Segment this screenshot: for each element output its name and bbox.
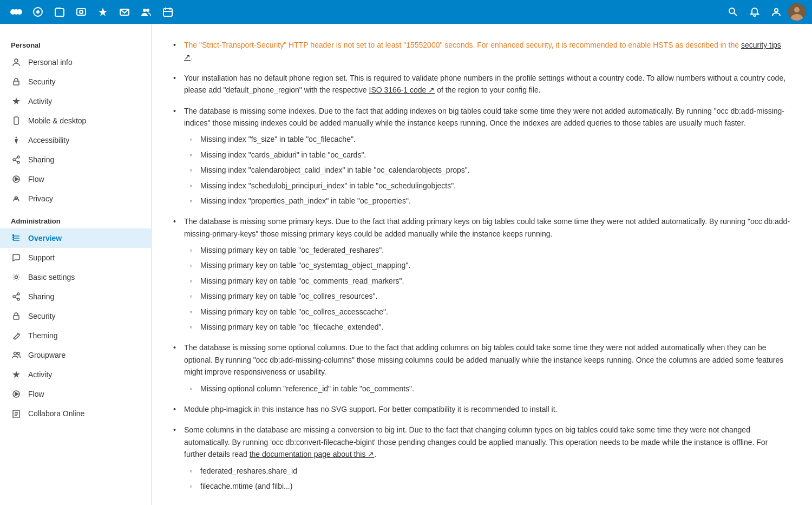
mail-nav-icon[interactable]: [115, 2, 134, 22]
sidebar-item-label: Flow: [28, 390, 44, 398]
svg-rect-41: [12, 237, 14, 238]
topnav-right: [723, 2, 806, 22]
admin-sharing-icon: [11, 291, 22, 302]
collabora-icon: [11, 408, 22, 419]
sidebar-item-label: Activity: [28, 370, 52, 379]
svg-marker-24: [12, 97, 20, 104]
svg-line-31: [15, 158, 17, 159]
search-nav-icon[interactable]: [723, 2, 743, 22]
sidebar-item-overview[interactable]: Overview: [0, 228, 151, 248]
svg-rect-42: [12, 239, 14, 240]
sub-list: Missing optional column "reference_id" i…: [189, 383, 790, 395]
list-item: The database is missing some primary key…: [173, 215, 790, 333]
theming-icon: [11, 330, 22, 341]
svg-point-45: [13, 296, 15, 298]
sub-list-item: Missing primary key on table "oc_filecac…: [189, 321, 790, 333]
list-item: Module php-imagick in this instance has …: [173, 403, 790, 415]
warning-text: The "Strict-Transport-Security" HTTP hea…: [184, 41, 741, 49]
privacy-icon: [11, 193, 22, 204]
sidebar-item-label: Security: [28, 77, 56, 86]
sidebar-item-admin-flow[interactable]: Flow: [0, 384, 151, 404]
topnav: [0, 0, 812, 24]
security-icon: [11, 76, 22, 87]
nextcloud-logo-icon: [8, 3, 25, 21]
svg-point-19: [775, 9, 778, 12]
list-item: Some columns in the database are missing…: [173, 424, 790, 492]
personal-info-icon: [11, 57, 22, 68]
svg-line-32: [15, 160, 17, 162]
sidebar-item-basic-settings[interactable]: Basic settings: [0, 267, 151, 287]
svg-marker-54: [15, 392, 18, 396]
sub-list-item: federated_reshares.share_id: [189, 465, 790, 477]
sidebar-item-sharing[interactable]: Sharing: [0, 150, 151, 169]
basic-settings-icon: [11, 272, 22, 283]
svg-point-51: [17, 352, 19, 355]
admin-security-icon: [11, 311, 22, 322]
flow-icon: [11, 174, 22, 185]
sidebar-item-accessibility[interactable]: Accessibility: [0, 130, 151, 150]
sidebar-item-admin-security[interactable]: Security: [0, 306, 151, 326]
sidebar-item-label: Accessibility: [28, 136, 69, 145]
sub-list-item: Missing index "fs_size" in table "oc_fil…: [189, 133, 790, 145]
sidebar-item-support[interactable]: Support: [0, 248, 151, 267]
sub-list-item: Missing primary key on table "oc_comment…: [189, 275, 790, 287]
sidebar-item-label: Security: [28, 312, 56, 320]
warnings-list: The "Strict-Transport-Security" HTTP hea…: [173, 39, 790, 492]
sidebar-item-personal-info[interactable]: Personal info: [0, 53, 151, 72]
svg-point-27: [16, 137, 17, 139]
sidebar-item-label: Flow: [28, 175, 44, 183]
svg-rect-13: [163, 9, 172, 16]
photos-nav-icon[interactable]: [71, 2, 91, 22]
svg-line-48: [15, 297, 17, 299]
sidebar-item-mobile[interactable]: Mobile & desktop: [0, 111, 151, 130]
user-menu-icon[interactable]: [767, 2, 786, 22]
dashboard-nav-icon[interactable]: [28, 2, 48, 22]
sidebar-item-collabora[interactable]: Collabora Online: [0, 404, 151, 423]
sidebar-item-activity[interactable]: Activity: [0, 91, 151, 111]
svg-rect-49: [14, 316, 19, 319]
sub-list-item: filecache.mtime (and filbi...): [189, 480, 790, 492]
svg-point-46: [17, 298, 19, 300]
sidebar-item-label: Theming: [28, 331, 57, 340]
sidebar-item-privacy[interactable]: Privacy: [0, 189, 151, 208]
avatar[interactable]: [788, 3, 806, 21]
sidebar-item-admin-sharing[interactable]: Sharing: [0, 287, 151, 306]
svg-point-43: [15, 276, 18, 279]
iso-code-link[interactable]: ISO 3166-1 code ↗: [369, 86, 435, 94]
sidebar-item-label: Activity: [28, 97, 52, 106]
logo[interactable]: [6, 2, 26, 22]
sidebar-item-groupware[interactable]: Groupware: [0, 345, 151, 365]
svg-point-21: [794, 7, 800, 12]
list-item: Your installation has no default phone r…: [173, 72, 790, 96]
svg-marker-9: [99, 8, 107, 16]
accessibility-icon: [11, 135, 22, 146]
documentation-link[interactable]: the documentation page about this ↗: [250, 450, 375, 458]
list-item: The "Strict-Transport-Security" HTTP hea…: [173, 39, 790, 63]
sidebar-item-flow[interactable]: Flow: [0, 169, 151, 189]
sidebar-item-label: Sharing: [28, 155, 54, 164]
svg-point-44: [17, 293, 19, 295]
svg-point-28: [17, 156, 19, 158]
svg-line-47: [15, 294, 17, 296]
sidebar-item-label: Support: [28, 253, 55, 262]
admin-flow-icon: [11, 389, 22, 399]
calendar-nav-icon[interactable]: [158, 2, 178, 22]
support-icon: [11, 252, 22, 263]
sidebar-item-admin-activity[interactable]: Activity: [0, 365, 151, 384]
activity-icon: [11, 96, 22, 107]
sidebar-item-security[interactable]: Security: [0, 72, 151, 91]
sub-list-item: Missing primary key on table "oc_collres…: [189, 306, 790, 318]
sidebar-item-theming[interactable]: Theming: [0, 326, 151, 345]
sidebar-item-label: Sharing: [28, 292, 54, 301]
activity-nav-icon[interactable]: [93, 2, 113, 22]
svg-point-2: [14, 9, 19, 15]
files-nav-icon[interactable]: [50, 2, 69, 22]
admin-section-label: Administration: [0, 208, 151, 228]
overview-icon: [11, 233, 22, 244]
notifications-nav-icon[interactable]: [745, 2, 764, 22]
svg-rect-40: [12, 234, 14, 236]
sub-list-item: Missing primary key on table "oc_systemt…: [189, 259, 790, 271]
sidebar-item-label: Collabora Online: [28, 409, 84, 418]
contacts-nav-icon[interactable]: [136, 2, 156, 22]
main-content: The "Strict-Transport-Security" HTTP hea…: [152, 24, 812, 505]
